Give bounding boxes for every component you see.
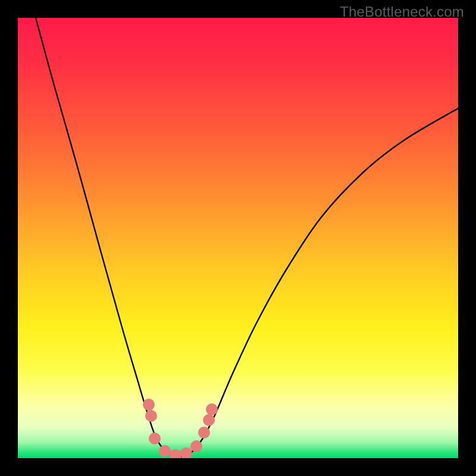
data-marker (206, 403, 218, 415)
plot-area (18, 18, 458, 458)
curve-layer (18, 18, 458, 458)
data-marker (180, 447, 192, 458)
watermark-text: TheBottleneck.com (340, 4, 464, 20)
data-marker (198, 427, 210, 439)
bottleneck-curve (36, 18, 458, 457)
data-marker (203, 414, 215, 426)
data-marker (159, 445, 171, 457)
data-marker (149, 433, 161, 444)
data-marker (170, 449, 181, 458)
data-marker (190, 440, 202, 452)
data-marker (143, 399, 155, 411)
chart-frame: TheBottleneck.com (0, 0, 476, 476)
data-marker (145, 410, 157, 422)
